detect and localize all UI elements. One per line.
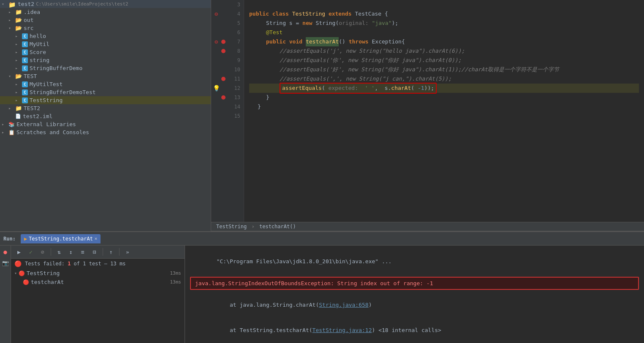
editor-area: ⊖ ⊖ 💡: [211, 0, 644, 231]
stack-suffix-1: ): [369, 302, 372, 308]
tree-item-iml[interactable]: ▸ 📄 test2.iml: [0, 112, 211, 120]
error-badge-icon: 🔴: [14, 260, 22, 267]
run-tab-name: TestString.testcharAt: [29, 236, 93, 242]
folder-src-icon: 📂: [15, 25, 22, 31]
bp-14: [221, 102, 227, 111]
assert-equals-highlight: assertEquals( expected: ' ', s.charAt( -…: [280, 83, 437, 94]
test-error-icon-testcharat: 🔴: [23, 279, 29, 285]
tree-item-myutiltest[interactable]: ▸ C MyUtilTest: [0, 80, 211, 88]
run-test-tree: ▶ ✓ ⊘ ⇅ ↕ ≡ ⊟ ↑ » 🔴 Tests failed: 1 of 1…: [11, 246, 185, 343]
tree-item-src[interactable]: ▾ 📂 src: [0, 24, 211, 32]
param-original: original:: [339, 19, 368, 28]
tree-item-string[interactable]: ▸ C string: [0, 56, 211, 64]
sort2-btn[interactable]: ↕: [66, 247, 76, 257]
out-label: out: [24, 17, 33, 23]
stop-button[interactable]: ⊘: [38, 247, 47, 257]
ln-5: 5: [231, 19, 240, 28]
scratch-icon: 📋: [8, 130, 15, 135]
bp-12: [221, 84, 227, 93]
ln-15: 15: [231, 111, 240, 121]
chevron-right-icon: ▸: [8, 10, 15, 14]
stack-link-1[interactable]: String.java:658: [319, 302, 368, 308]
bp-5: [221, 19, 227, 28]
code-view: ⊖ ⊖ 💡: [211, 0, 644, 222]
class-icon-myutil: C: [22, 41, 28, 47]
brace-open: {: [385, 9, 388, 19]
lib-icon: 📚: [8, 122, 15, 127]
test-method-time: 13ms: [170, 279, 182, 285]
class-icon-sbd: C: [22, 65, 28, 71]
score-label: Score: [30, 49, 46, 55]
code-line-10: //assertEquals('好', new String("你好 java"…: [249, 65, 639, 74]
chevron-right-icon: ▸: [8, 106, 15, 111]
chevron-right-icon: ▸: [15, 58, 22, 62]
gutter-9: [211, 56, 221, 65]
up-btn[interactable]: ↑: [106, 247, 116, 257]
editor-breadcrumb: TestString › testcharAt(): [211, 222, 644, 231]
error-text: java.lang.StringIndexOutOfBoundsExceptio…: [195, 280, 433, 286]
test-tree-testcharat[interactable]: 🔴 testcharAt 13ms: [11, 278, 185, 286]
skip-btn[interactable]: »: [123, 247, 132, 257]
class-test-icon-teststring: C: [22, 97, 28, 103]
tree-item-stringbufferdemotest[interactable]: ▸ C StringBufferDemoTest: [0, 88, 211, 96]
kw-extends: extends: [329, 9, 352, 19]
run-tab-close[interactable]: ✕: [95, 236, 98, 241]
new-string-9: new String: [348, 57, 381, 63]
tree-item-score[interactable]: ▸ C Score: [0, 48, 211, 56]
stack-line-1: at java.lang.String.charAt(String.java:6…: [190, 292, 639, 318]
tree-item-out[interactable]: ▸ 📂 out: [0, 16, 211, 24]
tree-root[interactable]: ▾ 📁 test2 C:\Users\smile\IdeaProjects\te…: [0, 0, 211, 8]
code-line-5: String s = new String( original: "java")…: [249, 19, 639, 28]
tree-item-myutil[interactable]: ▸ C MyUtil: [0, 40, 211, 48]
stack-link-2[interactable]: TestString.java:12: [312, 327, 372, 333]
align2-btn[interactable]: ⊟: [90, 247, 99, 257]
camera-btn[interactable]: 📷: [1, 258, 10, 267]
tree-item-test2[interactable]: ▸ 📁 TEST2: [0, 104, 211, 112]
folder-test-icon: 📂: [15, 73, 22, 79]
error-icon-4: ⊖: [215, 11, 218, 17]
run-panel: Run: ▶ TestString.testcharAt ✕ ● 📷 ▶ ✓ ⊘…: [0, 231, 644, 343]
tree-item-stringbufferdemo[interactable]: ▸ C StringBufferDemo: [0, 64, 211, 72]
bp-10: [221, 65, 227, 74]
align-btn[interactable]: ≡: [78, 247, 87, 257]
bulb-icon-12[interactable]: 💡: [213, 85, 220, 92]
breakpoint-11: [221, 77, 226, 81]
code-line-15: [249, 111, 639, 121]
tree-item-hello[interactable]: ▸ C hello: [0, 32, 211, 40]
run-tab[interactable]: ▶ TestString.testcharAt ✕: [21, 234, 101, 243]
test-error-icon-teststring: 🔴: [19, 270, 25, 276]
gutter-14: [211, 102, 221, 111]
test-class-name: TestString: [27, 270, 60, 276]
tree-item-scratches[interactable]: ▸ 📋 Scratches and Consoles: [0, 128, 211, 136]
test-tree-teststring[interactable]: ▾ 🔴 TestString 13ms: [11, 269, 185, 278]
code-line-12: assertEquals( expected: ' ', s.charAt( -…: [249, 84, 639, 93]
space-char: ' ': [365, 85, 375, 91]
str-java: "java": [372, 19, 392, 28]
gutter-15: [211, 111, 221, 121]
breakpoint-13: [221, 95, 226, 100]
gutter-13: [211, 93, 221, 102]
tree-item-external-lib[interactable]: ▸ 📚 External Libraries: [0, 120, 211, 128]
debug-btn[interactable]: ●: [1, 247, 10, 257]
comment-8: //assertEquals('j', new String("hello ja…: [280, 46, 465, 56]
check-button[interactable]: ✓: [26, 247, 35, 257]
gutter-7: ⊖: [211, 37, 221, 46]
run-body: ● 📷 ▶ ✓ ⊘ ⇅ ↕ ≡ ⊟ ↑ » 🔴 Te: [0, 246, 644, 343]
code-line-7: public void testcharAt() throws Exceptio…: [249, 37, 639, 46]
code-lines: public class TestString extends TestCase…: [244, 0, 644, 222]
sort-btn[interactable]: ⇅: [54, 247, 64, 257]
external-lib-label: External Libraries: [16, 121, 76, 127]
play-button[interactable]: ▶: [14, 247, 24, 257]
tree-item-teststring[interactable]: ▸ C TestString: [0, 96, 211, 104]
breakpoint-7: [221, 40, 226, 44]
tree-item-idea[interactable]: ▸ 📁 .idea: [0, 8, 211, 16]
src-label: src: [24, 25, 33, 31]
stack-prefix-1: at java.lang.String.charAt(: [217, 302, 319, 308]
gutter-icons: ⊖ ⊖ 💡: [211, 0, 221, 222]
code-line-14: }: [249, 102, 639, 111]
new-string-class: String: [315, 19, 335, 28]
chevron-down-icon: ▾: [8, 26, 15, 30]
chevron-right-icon: ▸: [15, 50, 22, 54]
run-output: "C:\Program Files\Java\jdk1.8.0_201\bin\…: [185, 246, 644, 343]
tree-item-test-folder[interactable]: ▾ 📂 TEST: [0, 72, 211, 80]
